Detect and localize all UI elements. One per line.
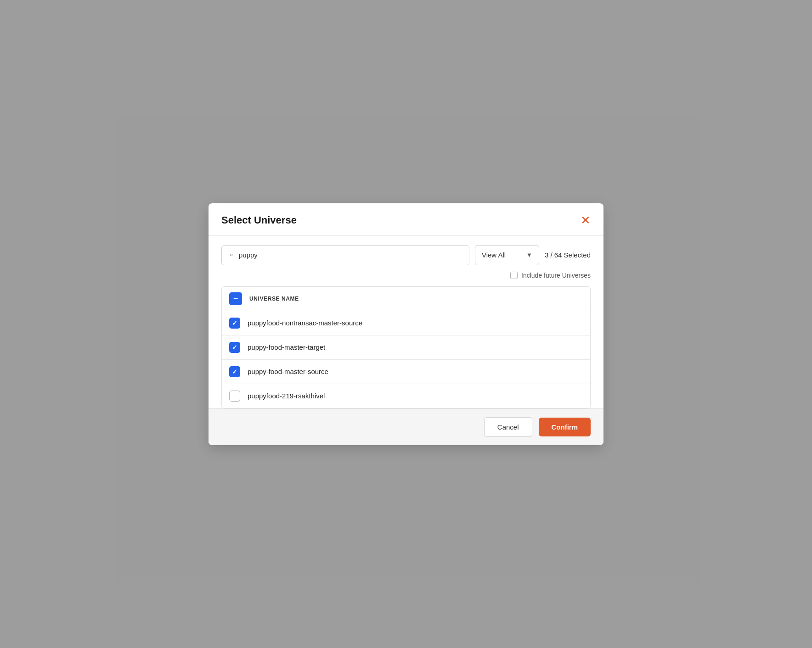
table-row[interactable]: ✓ puppy-food-master-source: [222, 360, 590, 384]
row-checkbox-3[interactable]: ✓: [229, 366, 240, 377]
close-button[interactable]: ✕: [581, 214, 591, 226]
search-input-wrapper: ⚬: [221, 245, 469, 265]
cancel-button[interactable]: Cancel: [484, 417, 532, 437]
table-row[interactable]: puppyfood-219-rsakthivel: [222, 384, 590, 408]
check-icon-3: ✓: [232, 368, 237, 375]
row-checkbox-4[interactable]: [229, 391, 240, 402]
confirm-button[interactable]: Confirm: [539, 418, 591, 436]
include-future-row: Include future Universes: [221, 272, 591, 279]
view-all-label: View All: [482, 251, 506, 259]
controls-row: ⚬ View All ▼ 3 / 64 Selected: [221, 245, 591, 265]
chevron-down-icon: ▼: [526, 251, 532, 258]
universe-name-1: puppyfood-nontransac-master-source: [248, 319, 362, 327]
check-icon-1: ✓: [232, 319, 237, 327]
include-future-label[interactable]: Include future Universes: [521, 272, 591, 279]
include-future-checkbox[interactable]: [510, 272, 518, 279]
universe-name-2: puppy-food-master-target: [248, 343, 325, 351]
view-all-dropdown[interactable]: View All ▼: [475, 245, 539, 265]
universe-name-3: puppy-food-master-source: [248, 368, 328, 375]
column-header-universe-name: UNIVERSE NAME: [249, 296, 299, 302]
row-checkbox-1[interactable]: ✓: [229, 318, 240, 329]
table-row[interactable]: ✓ puppy-food-master-target: [222, 335, 590, 360]
selected-count: 3 / 64 Selected: [545, 251, 591, 259]
close-icon: ✕: [581, 214, 591, 226]
check-icon-2: ✓: [232, 344, 237, 351]
modal-overlay: Select Universe ✕ ⚬ View All ▼ 3 / 64 Se…: [0, 0, 812, 648]
universe-name-4: puppyfood-219-rsakthivel: [248, 392, 325, 400]
minus-icon: −: [233, 295, 238, 303]
table-header-row: − UNIVERSE NAME: [222, 287, 590, 311]
modal-header: Select Universe ✕: [209, 203, 603, 236]
select-all-checkbox[interactable]: −: [229, 292, 242, 305]
search-input[interactable]: [239, 251, 462, 259]
row-checkbox-2[interactable]: ✓: [229, 342, 240, 353]
universe-table: − UNIVERSE NAME ✓ puppyfood-nontransac-m…: [221, 286, 591, 408]
modal-body: ⚬ View All ▼ 3 / 64 Selected Include fut…: [209, 236, 603, 408]
modal-title: Select Universe: [221, 214, 297, 226]
modal-container: Select Universe ✕ ⚬ View All ▼ 3 / 64 Se…: [209, 203, 603, 445]
dropdown-divider: [516, 249, 516, 262]
modal-footer: Cancel Confirm: [209, 408, 603, 445]
search-icon: ⚬: [228, 251, 234, 259]
table-row[interactable]: ✓ puppyfood-nontransac-master-source: [222, 311, 590, 335]
